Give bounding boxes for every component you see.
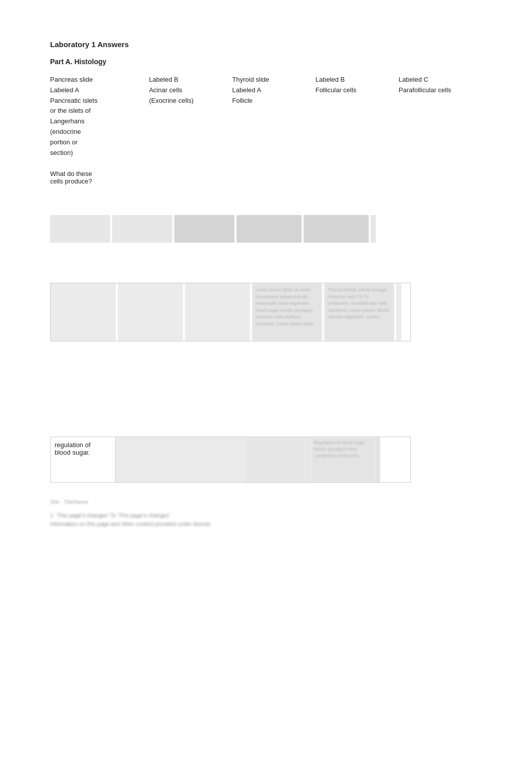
col3-line1: Thyroid slide (232, 75, 311, 85)
footer-section: Site : SiteName 1. 'This page's changes'… (50, 498, 482, 529)
footer-line3: Information on this page and other conte… (50, 520, 482, 529)
bottom-img-blurred: Regulation of blood sugar insulin glucag… (311, 437, 376, 482)
bottom-img-1 (116, 437, 181, 482)
image-placeholder-2 (112, 215, 172, 243)
col1-line1: Pancreas slide (50, 75, 144, 85)
bottom-img-3 (246, 437, 311, 482)
bottom-text-line1: regulation of (55, 441, 111, 449)
col-follicular: Labeled B Follicular cells (316, 75, 399, 158)
col1-line2: Labeled A (50, 85, 144, 96)
part-a-title: Part A. Histology (50, 58, 482, 66)
col-thyroid: Thyroid slide Labeled A Follicle (232, 75, 316, 158)
col-parafollicular: Labeled C Parafollicular cells (399, 75, 482, 158)
image-tall-2 (118, 283, 183, 341)
page-container: Laboratory 1 Answers Part A. Histology P… (0, 0, 532, 559)
col5-line2: Parafollicular cells (399, 85, 477, 96)
page-title: Laboratory 1 Answers (50, 40, 482, 49)
image-tall-1 (51, 283, 116, 341)
footer-blurred-content: 1. 'This page's changes' To 'This page's… (50, 511, 482, 529)
bottom-content-row: regulation of blood sugar. Regulation of… (50, 437, 411, 483)
blurred-text-1: Lorem ipsum dolor sit amet, consectetur … (252, 283, 322, 341)
image-border-right2 (396, 283, 401, 341)
image-border-right (371, 215, 376, 243)
col1-line3: Pancreatic islets (50, 96, 144, 106)
col1-line7: portion or (50, 137, 144, 148)
col1-line6: (endocrine (50, 127, 144, 137)
cells-produce-line1: What do these (50, 170, 482, 177)
bottom-text-line2: blood sugar. (55, 449, 111, 456)
col2-line1: Labeled B (149, 75, 227, 85)
image-placeholder-1 (50, 215, 110, 243)
col1-line5: Langerhans (50, 116, 144, 127)
col4-line2: Follicular cells (316, 85, 394, 96)
col-acinar: Labeled B Acinar cells (Exocrine cells) (149, 75, 232, 158)
blurred-text-2: Thyroid follicle colloid storage. Follic… (324, 283, 394, 341)
bottom-img-2 (181, 437, 246, 482)
bottom-text-cell: regulation of blood sugar. (51, 437, 116, 482)
image-tall-3 (185, 283, 250, 341)
col3-line3: Follicle (232, 96, 311, 106)
cells-produce-line2: cells produce? (50, 177, 482, 185)
image-placeholder-5 (304, 215, 369, 243)
image-row-1 (50, 215, 411, 243)
footer-line2: 1. 'This page's changes' To 'This page's… (50, 511, 482, 520)
spacer-2 (50, 346, 482, 437)
image-placeholder-3 (174, 215, 234, 243)
bottom-border-right (376, 437, 380, 482)
cells-produce-label: What do these cells produce? (50, 170, 482, 185)
col4-line1: Labeled B (316, 75, 394, 85)
spacer-1 (50, 263, 482, 283)
col5-line1: Labeled C (399, 75, 477, 85)
col3-line2: Labeled A (232, 85, 311, 96)
col1-line8: section) (50, 148, 144, 158)
col2-line3: (Exocrine cells) (149, 96, 227, 106)
histology-columns: Pancreas slide Labeled A Pancreatic isle… (50, 75, 482, 158)
col2-line2: Acinar cells (149, 85, 227, 96)
col1-line4: or the islets of (50, 106, 144, 116)
footer-line1: Site : SiteName (50, 498, 482, 506)
col-pancreas: Pancreas slide Labeled A Pancreatic isle… (50, 75, 149, 158)
image-row-2: Lorem ipsum dolor sit amet, consectetur … (50, 283, 411, 341)
image-placeholder-4 (236, 215, 302, 243)
